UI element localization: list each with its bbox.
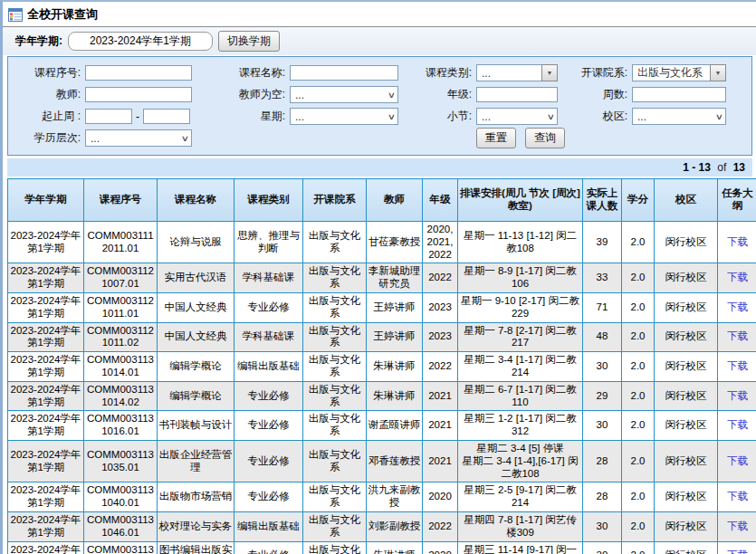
column-header: 排课安排(周几 节次 [周次] 教室) [458, 179, 583, 222]
table-cell: COMM003112 1011.02 [84, 322, 158, 352]
table-cell: 闵行校区 [655, 511, 718, 541]
week-range-fields: - [85, 109, 192, 124]
table-cell: 专业必修 [234, 292, 303, 322]
download-link[interactable]: 下载 [727, 236, 748, 247]
campus-select[interactable]: ... ∨ [632, 108, 726, 125]
filter-buttons: 重置 查询 [476, 128, 627, 148]
table-cell: 2022 [423, 263, 458, 293]
table-cell: 星期三 1-2 [1-17] 闵二教312 [458, 411, 583, 441]
table-cell: 刘影副教授 [367, 511, 423, 541]
teacher-label: 教师: [12, 87, 81, 102]
campus-label: 校区: [562, 109, 627, 124]
download-link[interactable]: 下载 [727, 455, 748, 466]
table-cell: 星期二 3-4 [1-17] 闵二教214 [458, 352, 583, 382]
course-no-input[interactable] [85, 65, 192, 81]
table-cell: 28 [583, 440, 622, 482]
table-cell: 闵行校区 [655, 322, 718, 352]
table-cell: COMM003113 2005.01 [84, 541, 158, 554]
semester-input[interactable] [68, 32, 213, 51]
table-cell: 学科基础课 [234, 322, 303, 352]
table-cell: 2022 [423, 352, 458, 382]
table-cell: COMM003113 1040.01 [84, 482, 158, 512]
pagination-of-label: of [717, 161, 726, 174]
chevron-down-icon: ∨ [181, 134, 189, 143]
course-no-label: 课程序号: [12, 65, 81, 81]
download-link[interactable]: 下载 [727, 330, 748, 341]
table-cell: 出版与文化系 [303, 381, 367, 411]
table-cell: 星期一 7-8 [2-17] 闵二教217 [458, 322, 583, 352]
table-cell: 2023-2024学年第1学期 [8, 222, 84, 263]
table-cell: 出版与文化系 [303, 352, 367, 382]
table-row: 2023-2024学年第1学期COMM003113 1014.01编辑学概论编辑… [8, 352, 756, 382]
weekday-value: ... [295, 110, 304, 123]
teacher-empty-label: 教师为空: [196, 87, 285, 102]
table-cell: 29 [583, 381, 622, 411]
download-link[interactable]: 下载 [727, 360, 748, 371]
chevron-down-icon: ∨ [715, 112, 723, 121]
table-cell: 48 [583, 322, 622, 352]
download-link[interactable]: 下载 [727, 390, 748, 401]
weeks-input[interactable] [632, 87, 726, 102]
table-cell: 2.0 [622, 440, 655, 482]
education-level-select[interactable]: ... ∨ [85, 129, 192, 147]
table-cell: 李新城助理研究员 [367, 263, 423, 293]
table-cell: 闵行校区 [655, 292, 718, 322]
table-cell: 2020, 2021, 2022 [423, 222, 458, 263]
column-header: 实际上课人数 [583, 179, 622, 222]
table-cell: 闵行校区 [655, 222, 718, 263]
reset-button[interactable]: 重置 [476, 128, 516, 148]
download-link[interactable]: 下载 [727, 419, 748, 430]
week-range-label: 起止周 : [12, 109, 81, 124]
column-header: 任务大纲 [718, 179, 756, 222]
course-name-input[interactable] [290, 65, 398, 81]
table-cell: 论辩与说服 [158, 222, 234, 263]
table-cell: 专业必修 [234, 440, 303, 482]
table-cell: 2023-2024学年第1学期 [8, 440, 84, 482]
table-cell: 2.0 [622, 381, 655, 411]
table-cell: 2023-2024学年第1学期 [8, 381, 84, 411]
table-cell: 星期一 9-10 [2-17] 闵二教229 [458, 292, 583, 322]
table-cell: 2.0 [622, 482, 655, 512]
chevron-down-icon: ∨ [388, 91, 396, 100]
table-cell: COMM003113 1014.02 [84, 381, 158, 411]
week-start-input[interactable] [85, 109, 132, 124]
search-button[interactable]: 查询 [525, 128, 565, 148]
header-row: 学年学期课程序号课程名称课程类别开课院系教师年级排课安排(周几 节次 [周次] … [8, 179, 756, 222]
table-cell: 出版与文化系 [303, 292, 367, 322]
table-cell: 2020 [423, 482, 458, 512]
download-link[interactable]: 下载 [727, 491, 748, 501]
teacher-input[interactable] [85, 87, 192, 102]
grade-input[interactable] [476, 87, 558, 102]
table-cell: 校对理论与实务 [158, 511, 234, 541]
syllabus-cell: 下载 [718, 322, 756, 352]
table-row: 2023-2024学年第1学期COMM003113 1016.01书刊装帧与设计… [8, 411, 756, 441]
combo-arrow-icon[interactable]: ▼ [541, 64, 558, 81]
switch-semester-button[interactable]: 切换学期 [218, 31, 280, 52]
download-link[interactable]: 下载 [727, 549, 748, 554]
table-cell: 2021 [423, 440, 458, 482]
table-cell: 2.0 [622, 541, 655, 554]
table-row: 2023-2024学年第1学期COMM003111 2011.01论辩与说服思辨… [8, 222, 756, 263]
teacher-empty-select[interactable]: ... ∨ [290, 86, 398, 103]
weekday-select[interactable]: ... ∨ [290, 108, 398, 125]
download-link[interactable]: 下载 [727, 272, 748, 282]
table-cell: 出版与文化系 [303, 322, 367, 352]
download-link[interactable]: 下载 [727, 521, 748, 531]
download-link[interactable]: 下载 [727, 301, 748, 312]
course-table: 学年学期课程序号课程名称课程类别开课院系教师年级排课安排(周几 节次 [周次] … [7, 178, 756, 554]
table-cell: COMM003112 1007.01 [84, 263, 158, 293]
syllabus-cell: 下载 [718, 352, 756, 382]
table-cell: 出版与文化系 [303, 222, 367, 263]
table-cell: 甘莅豪教授 [367, 222, 423, 263]
period-select[interactable]: ... ∨ [476, 108, 558, 125]
department-combobox[interactable]: 出版与文化系 ▼ [632, 64, 726, 81]
course-category-combobox[interactable]: ... ▼ [476, 64, 558, 81]
syllabus-cell: 下载 [718, 440, 756, 482]
table-cell: 闵行校区 [655, 411, 718, 441]
table-cell: 闵行校区 [655, 440, 718, 482]
department-value: 出版与文化系 [632, 64, 710, 81]
table-cell: 专业必修 [234, 381, 303, 411]
week-end-input[interactable] [143, 109, 190, 124]
combo-arrow-icon[interactable]: ▼ [710, 64, 726, 81]
table-cell: COMM003111 2011.01 [84, 222, 158, 263]
